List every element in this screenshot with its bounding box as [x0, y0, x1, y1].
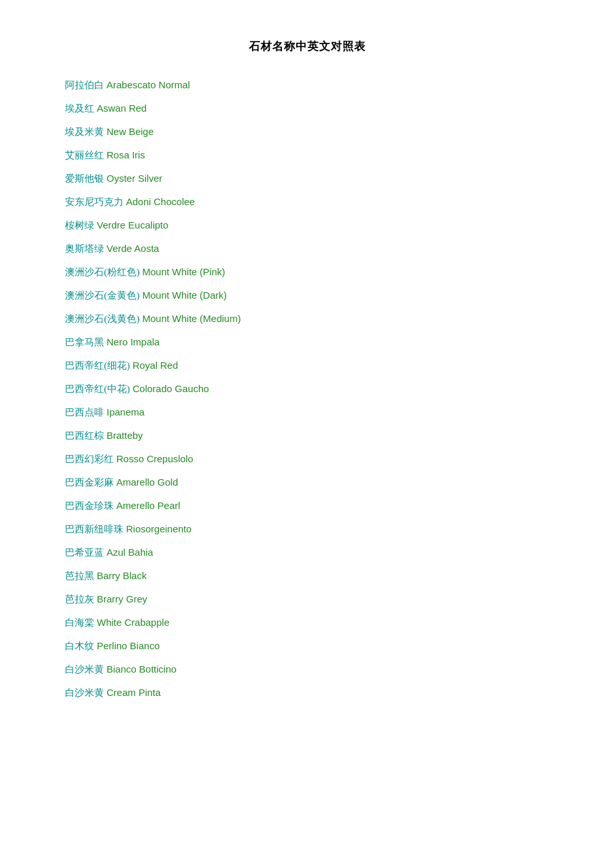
list-item: 巴西点啡Ipanema — [65, 404, 549, 420]
stone-chinese-name: 巴西帝红(中花) — [65, 384, 130, 394]
list-item: 巴西金珍珠Amerello Pearl — [65, 498, 549, 514]
list-item: 巴西红棕Bratteby — [65, 428, 549, 443]
stone-chinese-name: 巴拿马黑 — [65, 337, 104, 347]
stone-english-name: Barry Black — [97, 570, 147, 581]
stone-english-name: Oyster Silver — [107, 173, 162, 184]
stone-english-name: Verde Aosta — [107, 243, 159, 254]
stone-english-name: Cream Pinta — [107, 687, 160, 698]
stone-chinese-name: 澳洲沙石(浅黄色) — [65, 314, 140, 324]
list-item: 白木纹Perlino Bianco — [65, 638, 549, 654]
list-item: 桉树绿Verdre Eucalipto — [65, 217, 549, 233]
stone-chinese-name: 埃及红 — [65, 103, 94, 114]
stone-chinese-name: 白沙米黄 — [65, 688, 104, 698]
stone-chinese-name: 爱斯他银 — [65, 173, 104, 184]
stone-english-name: Nero Impala — [107, 336, 160, 347]
stone-english-name: White Crabapple — [97, 617, 170, 628]
stone-english-name: New Beige — [107, 126, 154, 137]
list-item: 巴西新纽啡珠Riosorgeinento — [65, 521, 549, 537]
stone-english-name: Bratteby — [107, 430, 143, 441]
list-item: 奥斯塔绿Verde Aosta — [65, 241, 549, 256]
list-item: 阿拉伯白Arabescato Normal — [65, 77, 549, 93]
list-item: 澳洲沙石(金黄色)Mount White (Dark) — [65, 288, 549, 303]
stone-chinese-name: 澳洲沙石(金黄色) — [65, 290, 140, 301]
stone-english-name: Brarry Grey — [97, 593, 147, 604]
stone-english-name: Amarello Gold — [116, 477, 178, 488]
stone-chinese-name: 白海棠 — [65, 617, 94, 628]
stone-chinese-name: 巴西新纽啡珠 — [65, 524, 123, 534]
list-item: 爱斯他银Oyster Silver — [65, 171, 549, 186]
stone-english-name: Colorado Gaucho — [133, 383, 209, 394]
list-item: 白沙米黄Cream Pinta — [65, 685, 549, 701]
page-title: 石材名称中英文对照表 — [65, 39, 549, 54]
stone-chinese-name: 巴希亚蓝 — [65, 547, 104, 558]
list-item: 芭拉黑Barry Black — [65, 568, 549, 584]
stone-chinese-name: 白木纹 — [65, 641, 94, 651]
stone-english-name: Adoni Chocolee — [126, 196, 195, 207]
list-item: 澳洲沙石(浅黄色)Mount White (Medium) — [65, 311, 549, 327]
list-item: 埃及红Aswan Red — [65, 101, 549, 116]
stone-english-name: Rosso Crepuslolo — [116, 453, 193, 464]
stone-chinese-name: 巴西红棕 — [65, 430, 104, 441]
stone-chinese-name: 安东尼巧克力 — [65, 197, 123, 207]
list-item: 艾丽丝红Rosa Iris — [65, 147, 549, 163]
stone-english-name: Rosa Iris — [107, 149, 145, 160]
list-item: 巴西幻彩红Rosso Crepuslolo — [65, 451, 549, 467]
list-item: 巴拿马黑Nero Impala — [65, 334, 549, 350]
stone-english-name: Mount White (Pink) — [142, 266, 225, 277]
stone-english-name: Ipanema — [107, 406, 144, 417]
list-item: 澳洲沙石(粉红色)Mount White (Pink) — [65, 264, 549, 280]
stone-chinese-name: 奥斯塔绿 — [65, 243, 104, 254]
stone-english-name: Amerello Pearl — [116, 500, 180, 511]
list-item: 巴西帝红(细花)Royal Red — [65, 358, 549, 373]
stone-chinese-name: 桉树绿 — [65, 220, 94, 230]
stone-chinese-name: 巴西点啡 — [65, 407, 104, 417]
stone-chinese-name: 阿拉伯白 — [65, 80, 104, 90]
stone-english-name: Azul Bahia — [107, 547, 153, 558]
stone-chinese-name: 巴西幻彩红 — [65, 454, 114, 464]
stone-chinese-name: 埃及米黄 — [65, 127, 104, 137]
stone-list: 阿拉伯白Arabescato Normal埃及红Aswan Red埃及米黄New… — [65, 77, 549, 701]
stone-english-name: Mount White (Dark) — [142, 290, 227, 301]
stone-english-name: Riosorgeinento — [126, 523, 192, 534]
stone-english-name: Royal Red — [133, 360, 178, 371]
stone-chinese-name: 白沙米黄 — [65, 664, 104, 675]
list-item: 巴西帝红(中花)Colorado Gaucho — [65, 381, 549, 397]
list-item: 埃及米黄New Beige — [65, 124, 549, 140]
list-item: 芭拉灰Brarry Grey — [65, 591, 549, 607]
stone-chinese-name: 澳洲沙石(粉红色) — [65, 267, 140, 277]
stone-english-name: Aswan Red — [97, 103, 147, 114]
stone-english-name: Bianco Botticino — [107, 663, 177, 675]
stone-chinese-name: 巴西帝红(细花) — [65, 360, 130, 371]
stone-chinese-name: 巴西金彩麻 — [65, 477, 114, 488]
stone-chinese-name: 艾丽丝红 — [65, 150, 104, 160]
stone-chinese-name: 芭拉灰 — [65, 594, 94, 604]
list-item: 安东尼巧克力Adoni Chocolee — [65, 194, 549, 210]
stone-english-name: Arabescato Normal — [107, 79, 190, 90]
stone-chinese-name: 巴西金珍珠 — [65, 501, 114, 511]
list-item: 巴西金彩麻Amarello Gold — [65, 475, 549, 490]
stone-english-name: Verdre Eucalipto — [97, 219, 168, 230]
stone-english-name: Mount White (Medium) — [142, 313, 241, 324]
list-item: 巴希亚蓝Azul Bahia — [65, 545, 549, 560]
stone-chinese-name: 芭拉黑 — [65, 571, 94, 581]
list-item: 白海棠White Crabapple — [65, 615, 549, 630]
stone-english-name: Perlino Bianco — [97, 640, 160, 651]
list-item: 白沙米黄Bianco Botticino — [65, 662, 549, 677]
